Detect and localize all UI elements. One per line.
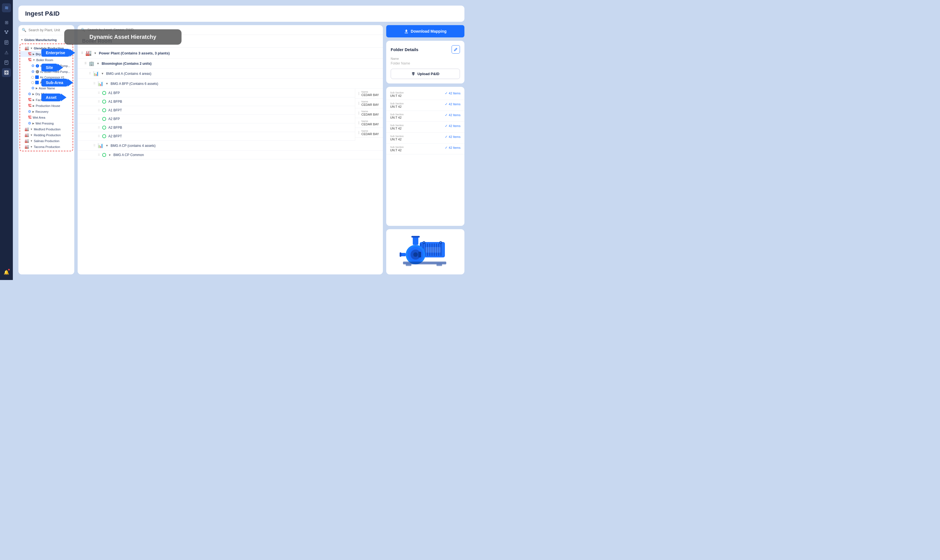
tree-item-tacoma[interactable]: 🏭 ▼ Tacoma Production — [20, 144, 72, 150]
circle-check — [102, 108, 106, 112]
tree-item-productionhouse[interactable]: 🏗 ▶ Production House — [20, 103, 72, 109]
indicator-icon: 1 — [36, 64, 39, 68]
download-btn-label: Download Mapping — [411, 29, 447, 34]
tree-item-label: Boiler Room — [36, 58, 53, 62]
pump-icon-2: ⚙ — [31, 69, 35, 74]
asset-row-bmgcpcommon[interactable]: ⠿ ▼ BMG A CP Common — [78, 151, 383, 159]
tree-item-recovery[interactable]: ⚙ ▶ Recovery — [20, 109, 72, 114]
left-panel: 🔍 ▼ Globex Manufacturing 🏭 ▼ Glendale Pr… — [18, 25, 74, 274]
check-icon: ✓ — [445, 146, 448, 150]
status-circle-2 — [31, 81, 34, 84]
drag-handle: ⠿ — [84, 62, 86, 65]
asset-row-bmgunit[interactable]: ⠿ 📊 ▼ BMG unit A (Contains 4 areas) — [78, 69, 383, 79]
asset-row-a1bfpb[interactable]: ⠿ A1 BFPB — [78, 97, 355, 106]
sidebar-icon-pid[interactable] — [2, 68, 11, 77]
row-label: Power Plant (Contains 3 assets, 3 plants… — [99, 51, 170, 55]
items-row: Sub Section UN:T 42 ✓ 42 Items — [386, 111, 464, 122]
arrow-label-subarea: Sub-Area — [41, 79, 73, 86]
section-info: Sub Section UN:T 42 — [390, 91, 442, 97]
boiler-icon: 🏗 — [28, 58, 32, 62]
svg-rect-38 — [411, 236, 420, 238]
circle-check — [102, 153, 106, 157]
upload-pid-button[interactable]: Upload P&ID — [391, 69, 460, 79]
tree-item-wetpressing[interactable]: ⚙ ▶ Wet Pressing — [20, 120, 72, 126]
svg-rect-14 — [5, 71, 8, 75]
row-label: A2 BFPB — [108, 126, 122, 129]
sidebar-icon-hierarchy[interactable] — [2, 28, 11, 37]
svg-rect-0 — [5, 31, 6, 32]
area-icon: 🏗 — [28, 52, 32, 56]
edit-button[interactable] — [452, 45, 460, 54]
tree-item-label: Production House — [36, 104, 60, 108]
row-label: A1 BFP — [108, 91, 120, 95]
check-icon: ✓ — [445, 91, 448, 95]
items-row: Sub Section UN:T 42 ✓ 42 Items — [386, 100, 464, 111]
asset-row-powerplant[interactable]: ⠿ 🏭 ▼ Power Plant (Contains 3 assets, 3 … — [78, 48, 383, 58]
row-label: A2 BFP — [108, 117, 120, 121]
sidebar-icon-notification[interactable]: 🔔 — [2, 268, 11, 277]
asset-row-a1bfp[interactable]: ⠿ A1 BFP — [78, 89, 355, 97]
dynamic-asset-hierarchy-tooltip: Dynamic Asset Hieratchy — [64, 29, 182, 45]
row-checkbox[interactable] — [359, 131, 359, 134]
items-row: Sub Section UN:T 42 ✓ 42 Items — [386, 143, 464, 154]
a1bfp-row-wrapper: ⠿ A1 BFP ⠿ A1 BFPB ⠿ A1 BFPT — [78, 89, 355, 141]
items-count: ✓ 42 Items — [445, 91, 461, 95]
items-count: ✓ 42 Items — [445, 113, 461, 117]
items-count: ✓ 42 Items — [445, 124, 461, 128]
sidebar-icon-file[interactable] — [2, 58, 11, 67]
name-cell: Name CEDAR BAY — [361, 129, 381, 136]
sidebar-icon-document[interactable] — [2, 38, 11, 47]
svg-rect-1 — [7, 31, 8, 32]
asset-row-a1bfpt[interactable]: ⠿ A1 BFPT — [78, 106, 355, 115]
asset-row-a2bfpb[interactable]: ⠿ A2 BFPB — [78, 123, 355, 132]
sidebar-icon-dashboard[interactable]: ⊞ — [2, 18, 11, 27]
tree-item-label: Wet Area — [33, 116, 45, 119]
svg-rect-37 — [413, 237, 418, 245]
expand-chevron: ▼ — [94, 52, 97, 55]
check-box — [35, 75, 39, 79]
tree-item-salinas[interactable]: 🏭 ▼ Salinas Production — [20, 138, 72, 144]
section-info: Sub Section UN:T 42 — [390, 124, 442, 130]
sidebar-icon-alert[interactable]: ⚠ — [2, 48, 11, 57]
asset-row-bmgbfp[interactable]: ⠿ 📊 ▼ BMG A BFP (Contains 6 assets) — [78, 79, 383, 89]
row-checkbox[interactable] — [359, 121, 359, 125]
arrow-label-site: Site — [41, 64, 63, 71]
check-box-2 — [35, 81, 39, 84]
logo: ≋ — [2, 3, 11, 12]
drag-handle: ⠿ — [98, 91, 100, 95]
section-info: Sub Section UN:T 42 — [390, 135, 442, 141]
section-info: Sub Section UN:T 42 — [390, 102, 442, 108]
asset-row-bloomington[interactable]: ⠿ 🏢 ▼ Bloomington (Contains 2 units) — [78, 58, 383, 69]
items-panel: Sub Section UN:T 42 ✓ 42 Items Sub Secti… — [386, 87, 464, 226]
upload-icon — [411, 72, 415, 76]
tree-item-boiler-room[interactable]: 🏗 ▼ Boiler Room — [20, 57, 72, 63]
tree-item-redding[interactable]: 🏭 ▼ Redding Production — [20, 132, 72, 138]
asset-row-a2bfp[interactable]: ⠿ A2 BFP — [78, 115, 355, 123]
tree-item-label: Wet Pressing — [35, 122, 54, 125]
arrow-label-enterprise: Enterprise — [41, 49, 75, 57]
circle-check — [102, 117, 106, 121]
bmgcp-icon: 📊 — [98, 143, 103, 148]
tacoma-icon: 🏭 — [25, 145, 29, 149]
row-checkbox[interactable] — [359, 102, 359, 105]
drag-handle: ⠿ — [89, 72, 91, 75]
asset-row-a2bfpt[interactable]: ⠿ A2 BFPT — [78, 132, 355, 141]
svg-rect-43 — [406, 264, 411, 266]
section-info: Sub Section UN:T 42 — [390, 146, 442, 152]
folder-details-title: Folder Details — [391, 47, 418, 52]
recovery-icon: ⚙ — [28, 109, 31, 114]
asset-row-bmgcp[interactable]: ⠿ 📊 ▼ BMG A CP (contains 4 assets) — [78, 141, 383, 151]
row-checkbox[interactable] — [359, 92, 359, 95]
asser-icon: ⚙ — [31, 86, 35, 90]
items-row: Sub Section UN:T 42 ✓ 42 Items — [386, 132, 464, 143]
arrow-asset: Asset — [41, 94, 66, 102]
items-row: Sub Section UN:T 42 ✓ 42 Items — [386, 89, 464, 100]
site-arrow — [57, 64, 63, 71]
tree-item-label: Recovery — [35, 110, 48, 113]
name-cell: Name CEDAR BAY — [361, 91, 381, 97]
page-title: Ingest P&ID — [25, 10, 60, 17]
download-mapping-button[interactable]: Download Mapping — [386, 25, 464, 37]
tree-item-medford[interactable]: 🏭 ▼ Medford Production — [20, 126, 72, 132]
tree-item-wetarea[interactable]: 🏗 Wet Area — [20, 114, 72, 120]
row-checkbox[interactable] — [359, 111, 359, 115]
